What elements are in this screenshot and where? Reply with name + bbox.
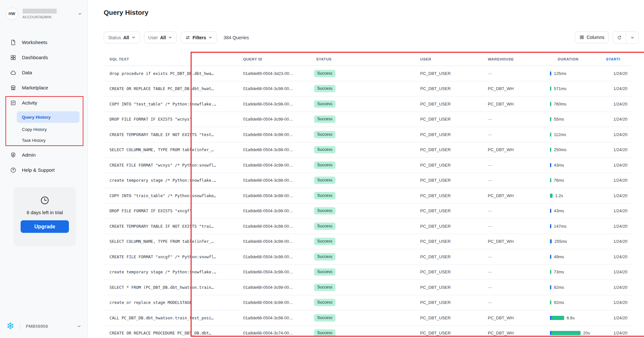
- start-time-cell: 1/24/20: [603, 269, 632, 274]
- sidebar-item-label: Admin: [22, 152, 36, 158]
- table-row[interactable]: drop procedure if exists PC_DBT_DB.dbt_h…: [104, 66, 632, 81]
- sql-text-cell: create or replace stage MODELSTAGE: [104, 300, 237, 305]
- query-id-cell: 01a9de68-0504-3c98-00…: [237, 147, 310, 152]
- status-filter-dropdown[interactable]: Status All: [104, 32, 140, 43]
- sidebar-item-copy-history[interactable]: Copy History: [0, 124, 88, 135]
- user-filter-dropdown[interactable]: User All: [144, 32, 177, 43]
- chevron-down-icon: [168, 35, 172, 40]
- column-header-sql-text[interactable]: SQL TEXT: [104, 57, 237, 61]
- table-row[interactable]: CREATE OR REPLACE PROCEDURE PC_DBT_DB.db…: [104, 326, 632, 338]
- duration-value: 43ms: [554, 163, 564, 168]
- worksheets-icon: [10, 39, 16, 46]
- sidebar-item-query-history[interactable]: Query History: [17, 111, 80, 123]
- warehouse-cell: PC_DBT_WH: [485, 86, 547, 91]
- table-row[interactable]: CREATE FILE FORMAT "xncgf" /* Python:sno…: [104, 249, 632, 265]
- table-row[interactable]: create or replace stage MODELSTAGE 01a9d…: [104, 295, 632, 311]
- duration-cell: 43ms: [547, 163, 603, 168]
- duration-bar: [550, 316, 564, 320]
- start-time-cell: 1/24/20: [603, 102, 632, 106]
- sidebar-item-marketplace[interactable]: Marketplace: [0, 80, 88, 95]
- status-cell: Success: [310, 70, 417, 77]
- filter-bar: Status All User All Filters 384 Queries: [104, 32, 249, 43]
- table-row[interactable]: create temporary stage /* Python:snowfla…: [104, 173, 632, 188]
- duration-value: 147ms: [554, 224, 566, 229]
- status-cell: Success: [310, 268, 417, 276]
- sidebar-item-help-support[interactable]: Help & Support: [0, 162, 88, 178]
- admin-icon: [10, 152, 16, 158]
- sidebar-item-data[interactable]: Data: [0, 65, 88, 80]
- duration-bar-green: [550, 87, 551, 91]
- warehouse-cell: —: [485, 254, 547, 259]
- table-row[interactable]: DROP FILE FORMAT IF EXISTS "wcnys" 01a9d…: [104, 112, 632, 127]
- sql-text-cell: CREATE FILE FORMAT "wcnys" /* Python:sno…: [104, 163, 237, 168]
- clock-icon: [40, 196, 50, 205]
- column-header-status[interactable]: STATUS: [310, 57, 417, 61]
- sidebar-item-activity[interactable]: Activity: [0, 95, 88, 110]
- status-cell: Success: [310, 299, 417, 306]
- query-id-cell: 01a9de68-0504-3c98-00…: [237, 102, 310, 106]
- sidebar-item-dashboards[interactable]: Dashboards: [0, 50, 88, 65]
- table-row[interactable]: COPY INTO "test_table" /* Python:snowfla…: [104, 96, 632, 112]
- duration-cell: 1.2s: [547, 193, 603, 198]
- sidebar-item-task-history[interactable]: Task History: [0, 135, 88, 146]
- status-badge: Success: [314, 146, 336, 153]
- warehouse-cell: PC_DBT_WH: [485, 239, 547, 244]
- column-header-warehouse[interactable]: WAREHOUSE: [485, 57, 547, 61]
- table-row[interactable]: CREATE FILE FORMAT "wcnys" /* Python:sno…: [104, 158, 632, 173]
- warehouse-cell: PC_DBT_WH: [485, 102, 547, 106]
- table-row[interactable]: DROP FILE FORMAT IF EXISTS "xncgf" 01a9d…: [104, 204, 632, 219]
- columns-button[interactable]: Columns: [575, 31, 609, 43]
- sidebar-item-admin[interactable]: Admin: [0, 147, 88, 162]
- snowflake-logo-icon: ❄: [6, 321, 14, 331]
- duration-bar: [550, 209, 551, 213]
- start-time-cell: 1/24/20: [603, 163, 632, 168]
- sql-text-cell: CREATE OR REPLACE PROCEDURE PC_DBT_DB.db…: [104, 331, 237, 335]
- column-header-start-time[interactable]: STARTI: [603, 57, 632, 61]
- user-cell: PC_DBT_USER: [417, 331, 485, 335]
- org-switcher[interactable]: ❄ PMB56956: [6, 321, 81, 332]
- start-time-cell: 1/24/20: [603, 86, 632, 91]
- column-header-query-id[interactable]: QUERY ID: [237, 57, 310, 61]
- table-row[interactable]: COPY INTO "train_table" /* Python:snowfl…: [104, 188, 632, 204]
- filters-dropdown[interactable]: Filters: [181, 32, 217, 43]
- account-switcher[interactable]: HW ACCOUNTADMIN: [6, 6, 82, 21]
- table-row[interactable]: SELECT * FROM (PC_DBT_DB.dbt_hwatson.tra…: [104, 280, 632, 295]
- table-row[interactable]: CREATE TEMPORARY TABLE IF NOT EXISTS "te…: [104, 127, 632, 142]
- status-cell: Success: [310, 192, 417, 199]
- duration-bar-blue: [550, 224, 551, 228]
- duration-bar-green: [550, 102, 551, 106]
- status-cell: Success: [310, 85, 417, 92]
- query-id-cell: 01a9de68-0504-3c98-00…: [237, 117, 310, 122]
- duration-bar: [550, 255, 551, 259]
- table-row[interactable]: CREATE OR REPLACE TABLE PC_DBT_DB.dbt_hw…: [104, 81, 632, 97]
- sql-text-cell: SELECT COLUMN_NAME, TYPE FROM table(infe…: [104, 239, 237, 244]
- status-cell: Success: [310, 131, 417, 138]
- user-cell: PC_DBT_USER: [417, 193, 485, 198]
- table-row[interactable]: SELECT COLUMN_NAME, TYPE FROM table(infe…: [104, 142, 632, 158]
- duration-value: 255ms: [554, 239, 567, 244]
- warehouse-cell: PC_DBT_WH: [485, 147, 547, 152]
- upgrade-button[interactable]: Upgrade: [21, 220, 69, 233]
- start-time-cell: 1/24/20: [603, 254, 632, 259]
- refresh-button[interactable]: [613, 32, 626, 43]
- duration-value: 55ms: [554, 117, 564, 122]
- status-cell: Success: [310, 177, 417, 184]
- query-count: 384 Queries: [223, 35, 249, 40]
- column-header-duration[interactable]: DURATION: [547, 57, 603, 61]
- start-time-cell: 1/24/20: [603, 285, 632, 290]
- warehouse-cell: —: [485, 285, 547, 290]
- duration-cell: 255ms: [547, 239, 603, 244]
- status-badge: Success: [314, 85, 336, 92]
- table-row[interactable]: SELECT COLUMN_NAME, TYPE FROM table(infe…: [104, 234, 632, 250]
- divider: [20, 323, 20, 330]
- table-row[interactable]: create temporary stage /* Python:snowfla…: [104, 265, 632, 280]
- sidebar-item-worksheets[interactable]: Worksheets: [0, 35, 88, 50]
- column-header-user[interactable]: USER: [417, 57, 485, 61]
- table-row[interactable]: CALL PC_DBT_DB.dbt_hwatson.train_test_po…: [104, 310, 632, 326]
- sql-text-cell: CALL PC_DBT_DB.dbt_hwatson.train_test_po…: [104, 315, 237, 320]
- duration-cell: 55ms: [547, 117, 603, 122]
- refresh-options-button[interactable]: [626, 32, 638, 43]
- warehouse-cell: —: [485, 208, 547, 213]
- status-cell: Success: [310, 146, 417, 153]
- table-row[interactable]: CREATE TEMPORARY TABLE IF NOT EXISTS "tr…: [104, 219, 632, 234]
